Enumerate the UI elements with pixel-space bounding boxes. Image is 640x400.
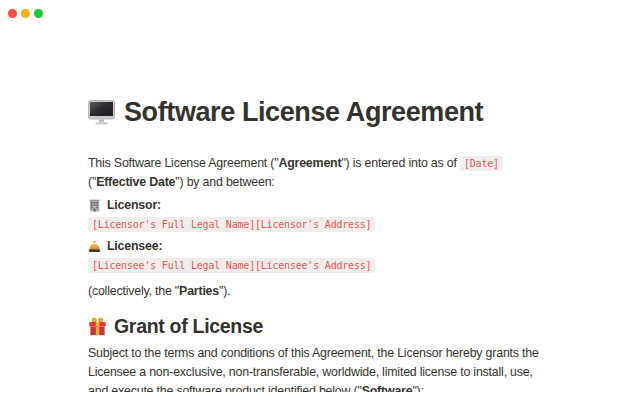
- bellhop-bell-icon: [88, 240, 101, 253]
- licensor-label: Licensor:: [88, 197, 552, 213]
- licensor-code-line: [Licensor's Full Legal Name][Licensor's …: [88, 216, 552, 233]
- date-placeholder[interactable]: [Date]: [460, 156, 503, 171]
- desktop-computer-icon: [88, 100, 115, 125]
- close-button[interactable]: [8, 9, 17, 18]
- section-heading-grant-of-license: Grant of License: [88, 314, 552, 338]
- window-titlebar: [0, 0, 640, 26]
- licensee-label-text: Licensee:: [107, 238, 162, 254]
- licensee-code-line: [Licensee's Full Legal Name][Licensee's …: [88, 257, 552, 274]
- licensee-label: Licensee:: [88, 238, 552, 254]
- minimize-button[interactable]: [21, 9, 30, 18]
- grant-paragraph: Subject to the terms and conditions of t…: [88, 344, 552, 392]
- parties-line: (collectively, the "Parties").: [88, 282, 552, 301]
- office-building-icon: [88, 199, 101, 212]
- page-title-text: Software License Agreement: [124, 97, 483, 128]
- licensor-placeholder[interactable]: [Licensor's Full Legal Name][Licensor's …: [88, 217, 375, 232]
- intro-paragraph: This Software License Agreement ("Agreem…: [88, 154, 552, 192]
- licensee-placeholder[interactable]: [Licensee's Full Legal Name][Licensee's …: [88, 258, 375, 273]
- gift-icon: [88, 317, 107, 336]
- document-window: Software License Agreement This Software…: [0, 0, 640, 400]
- licensor-label-text: Licensor:: [107, 197, 161, 213]
- zoom-button[interactable]: [34, 9, 43, 18]
- section-heading-text: Grant of License: [114, 314, 263, 338]
- page-title: Software License Agreement: [88, 97, 552, 128]
- document-content: Software License Agreement This Software…: [88, 26, 552, 392]
